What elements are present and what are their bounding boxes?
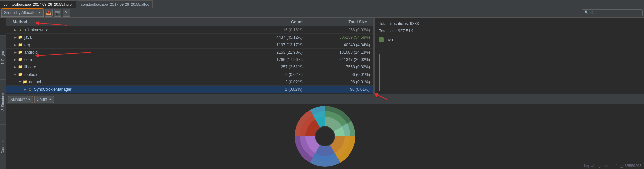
side-tab-captures[interactable]: Captures [0,124,6,169]
sunburst-dropdown[interactable]: Sunburst ▼ [8,96,33,103]
folder-icon: 📁 [18,72,23,77]
item-color-icon [379,37,384,42]
folder-icon: 📁 [18,64,23,70]
tree-row[interactable]: ▶ 📁 java 4437 (45.12%) 506239 (54.58%) [6,34,373,41]
folder-icon: 📁 [18,42,23,48]
search-icon: 🔍 [584,10,589,15]
row-size: 96 (0.01%) [305,80,373,84]
tree-header: Method Count Total Size ↓ [6,18,373,26]
tabs-bar: com.toolbox.app_2017-09-26_20:53.hprof c… [0,0,644,8]
export-button[interactable]: 📤 [45,9,53,17]
right-panel-item: java [379,37,640,42]
row-size: 256 (0.03%) [305,28,373,32]
tab-alloc-label: com.toolbox.app_2017-09-26_20:55.alloc [81,2,149,6]
folder-icon: 📁 [18,50,23,55]
row-size: 7568 (0.82%) [305,65,373,69]
count-chevron-icon: ▼ [49,98,52,101]
row-label: nettool [29,80,252,84]
unknown-icon: ● [18,27,23,33]
tree-row[interactable]: ▶ 📁 org 1197 (12.17%) 40240 (4.34%) [6,41,373,49]
row-label: org [24,43,252,47]
tab-hprof-label: com.toolbox.app_2017-09-26_20:53.hprof [4,2,73,6]
expand-icon: ▶ [13,65,18,69]
vertical-labels: 1: Project 2: Structure Captures [0,35,6,169]
folder-icon: 📁 [18,57,23,62]
group-by-label: Group by Allocator [4,10,37,15]
expand-icon: ▶ [13,58,18,61]
row-count: 16 (0.16%) [252,28,305,32]
row-count: 1766 (17.96%) [252,57,305,62]
watermark: http://blog.csdn.net/qq_435559203 [584,164,641,168]
count-label: Count [37,97,47,102]
chart-area [6,104,644,169]
row-count: 2 (0.02%) [252,80,305,84]
capture-button[interactable]: 📷 [54,9,61,17]
sunburst-chart [291,104,359,169]
row-label: android [24,50,252,55]
right-panel: Total allocations: 9833 Total size: 927.… [375,18,644,94]
tab-hprof[interactable]: com.toolbox.app_2017-09-26_20:53.hprof [0,0,76,8]
expand-icon: ▶ [13,51,18,54]
tree-row-selected[interactable]: ▶ C SyncCookieManager 2 (0.02%) 96 (0.01… [6,86,373,93]
total-allocations: Total allocations: 9833 Total size: 927.… [379,20,640,35]
row-count: 4437 (45.12%) [252,35,305,40]
bar-chart [379,42,640,91]
side-tab-project[interactable]: 1: Project [0,35,6,80]
tree-row[interactable]: ▶ 📁 javax 5 (0.05%) 632 (0.01%) [6,93,373,94]
bottom-toolbar: Sunburst ▼ Count ▼ [6,95,644,104]
help-button[interactable]: ? [63,9,70,17]
sunburst-label: Sunburst [10,97,27,102]
help-icon: ? [65,10,67,15]
row-count: 2153 (21.90%) [252,50,305,55]
group-by-chevron-icon: ▼ [38,11,41,15]
tree-body[interactable]: ▶ ● < Unknown > 16 (0.16%) 256 (0.03%) ▶… [6,26,373,94]
search-box[interactable]: 🔍 Q- [582,9,643,16]
folder-icon: 📁 [22,79,28,85]
row-count: 2 (0.02%) [252,72,305,77]
tree-row[interactable]: ▼ 📁 toolbox 2 (0.02%) 96 (0.01%) [6,71,373,78]
expand-icon: ▼ [13,73,18,76]
group-by-dropdown[interactable]: Group by Allocator ▼ [1,9,44,17]
expand-icon: ▶ [13,36,18,39]
count-dropdown[interactable]: Count ▼ [34,96,54,103]
tree-row[interactable]: ▶ 📁 android 2153 (21.90%) 131088 (14.13%… [6,49,373,56]
tab-alloc[interactable]: com.toolbox.app_2017-09-26_20:55.alloc [77,0,153,8]
row-size: 506239 (54.58%) [305,35,373,40]
row-count: 2 (0.02%) [251,87,305,92]
expand-icon: ▶ [23,88,27,91]
row-count: 257 (2.61%) [252,65,305,69]
export-icon: 📤 [46,10,51,15]
row-size: 241347 (26.02%) [305,57,373,62]
folder-icon: 📁 [18,35,23,40]
row-label: < Unknown > [24,28,252,32]
class-icon: C [27,87,33,92]
row-size: 131088 (14.13%) [305,50,373,55]
row-label: java [24,35,252,40]
svg-point-1 [316,127,334,146]
col-method: Method [13,20,252,24]
row-size: 40240 (4.34%) [305,43,373,47]
side-tab-structure[interactable]: 2: Structure [0,80,6,124]
expand-icon: ▶ [13,28,18,32]
row-size: 96 (0.01%) [305,72,373,77]
tree-panel: Method Count Total Size ↓ ▶ ● < Unknown … [6,18,373,94]
row-label: libcore [24,65,252,69]
main-toolbar: Group by Allocator ▼ 📤 📷 ? 🔍 Q- [0,8,644,18]
row-label: com [24,57,252,62]
tree-row[interactable]: ▶ 📁 com 1766 (17.96%) 241347 (26.02%) [6,56,373,63]
tree-row[interactable]: ▶ ● < Unknown > 16 (0.16%) 256 (0.03%) [6,26,373,34]
camera-icon: 📷 [55,10,60,15]
item-label: java [386,37,393,42]
search-placeholder: Q- [590,10,595,15]
tree-row[interactable]: ▶ 📁 libcore 257 (2.61%) 7568 (0.82%) [6,63,373,71]
tree-row[interactable]: ▼ 📁 nettool 2 (0.02%) 96 (0.01%) [6,78,373,86]
row-label: SyncCookieManager [34,87,251,92]
expand-icon: ▼ [18,80,22,84]
col-count: Count [252,20,305,24]
row-label: toolbox [24,72,252,77]
bottom-panel: Sunburst ▼ Count ▼ [6,95,644,169]
col-total-size: Total Size ↓ [305,20,373,24]
row-count: 1197 (12.17%) [252,43,305,47]
expand-icon: ▶ [13,43,18,47]
sunburst-chevron-icon: ▼ [28,98,31,101]
